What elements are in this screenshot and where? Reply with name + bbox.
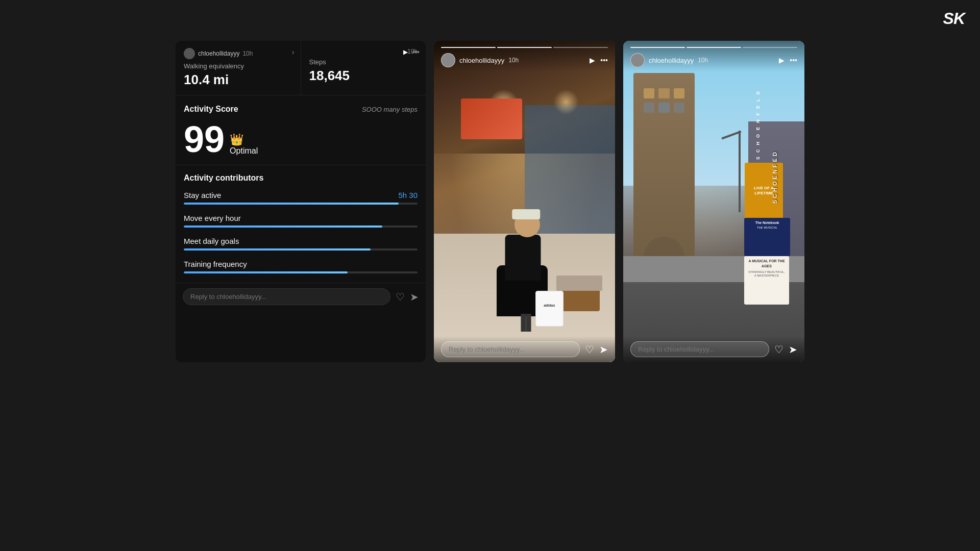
reply-input-health[interactable]	[183, 288, 390, 305]
city-scene: SCHOENFELD SCHOENFED LIVE OF A LIFETIME …	[623, 41, 804, 362]
story-header-1: chloehollidayyy 10h ▶ •••	[434, 41, 615, 71]
contributor-name-1: Stay active	[184, 191, 221, 199]
steps-value: 18,645	[309, 68, 418, 84]
score-badge: 👑 Optimal	[230, 133, 258, 158]
contributor-header-2: Move every hour	[184, 214, 418, 222]
story-panel-2: SCHOENFELD SCHOENFED LIVE OF A LIFETIME …	[623, 41, 804, 362]
contributor-name-4: Training frequency	[184, 260, 247, 268]
health-panel: chloehollidayyy 10h › Walking equivalenc…	[176, 41, 426, 362]
progress-bg-2	[184, 226, 418, 228]
story-username-2: chloehollidayyy	[649, 57, 694, 64]
steps-header: 10h ▶ •••	[309, 48, 418, 55]
progress-seg-2b	[687, 47, 741, 48]
progress-fill-1	[184, 203, 399, 205]
activity-score-title: Activity Score	[184, 105, 238, 114]
metrics-row: chloehollidayyy 10h › Walking equivalenc…	[176, 41, 426, 95]
story-username-1: chloehollidayyy	[459, 57, 504, 64]
story-footer-2: ♡ ➤	[623, 336, 804, 362]
walking-label: Walking equivalency	[184, 62, 292, 70]
contributor-header-3: Meet daily goals	[184, 237, 418, 245]
steps-label: Steps	[309, 58, 418, 66]
score-display: 99 👑 Optimal	[184, 121, 418, 158]
username-walking: chloehollidayyy	[198, 50, 239, 57]
story-reply-input-2[interactable]	[630, 341, 769, 357]
street-lamp	[739, 131, 741, 133]
optimal-label: Optimal	[230, 146, 258, 156]
heart-icon-health[interactable]: ♡	[396, 291, 405, 303]
story-user-left-2: chloehollidayyy 10h	[630, 53, 708, 67]
send-icon-story2[interactable]: ➤	[789, 343, 797, 356]
progress-fill-4	[184, 271, 348, 273]
steps-card: 10h ▶ ••• Steps 18,645	[301, 41, 426, 95]
progress-bg-4	[184, 271, 418, 273]
progress-bg-1	[184, 203, 418, 205]
story-user-row-2: chloehollidayyy 10h ▶ •••	[630, 53, 797, 67]
activity-score-subtitle: SOOO many steps	[362, 106, 418, 113]
sk-logo: SK	[943, 9, 965, 28]
time-ago-walking: 10h	[242, 50, 253, 57]
more-icon-story1[interactable]: •••	[600, 56, 608, 64]
contributor-value-1: 5h 30	[398, 191, 418, 199]
story-footer-1: ♡ ➤	[434, 336, 615, 362]
story-panel-1: adidas chloehollidayyy 10h ▶	[434, 41, 615, 362]
heart-icon-story1[interactable]: ♡	[585, 343, 594, 356]
play-icon-steps[interactable]: ▶	[403, 48, 408, 56]
contributor-daily-goals: Meet daily goals	[184, 237, 418, 251]
walking-value: 10.4 mi	[184, 72, 292, 88]
score-number: 99	[184, 121, 225, 158]
progress-seg-1a	[441, 47, 496, 48]
story-reply-row-1: ♡ ➤	[441, 341, 608, 357]
story-controls-2: ▶ •••	[779, 56, 797, 64]
story-header-2: chloehollidayyy 10h ▶ •••	[623, 41, 804, 71]
story-reply-row-2: ♡ ➤	[630, 341, 797, 357]
reply-bar-health: ♡ ➤	[176, 283, 426, 310]
story-time-2: 10h	[698, 57, 708, 64]
activity-score-section: Activity Score SOOO many steps 99 👑 Opti…	[176, 95, 426, 165]
activity-score-header: Activity Score SOOO many steps	[184, 105, 418, 114]
progress-seg-1b	[497, 47, 552, 48]
story-reply-input-1[interactable]	[441, 341, 580, 357]
story-user-row-1: chloehollidayyy 10h ▶ •••	[441, 53, 608, 67]
heart-icon-story2[interactable]: ♡	[774, 343, 783, 356]
more-icon-story2[interactable]: •••	[790, 56, 797, 64]
contributor-training-freq: Training frequency	[184, 260, 418, 273]
play-icon-story1[interactable]: ▶	[590, 56, 595, 64]
play-icon-story2[interactable]: ▶	[779, 56, 785, 64]
progress-seg-2a	[630, 47, 685, 48]
send-icon-health[interactable]: ➤	[410, 291, 419, 303]
progress-seg-1c	[553, 47, 608, 48]
progress-bg-3	[184, 248, 418, 251]
contributor-header-4: Training frequency	[184, 260, 418, 268]
more-icon-steps[interactable]: •••	[412, 48, 420, 56]
store-scene: adidas	[434, 41, 615, 362]
walking-header: chloehollidayyy 10h ›	[184, 48, 292, 59]
contributor-move-hour: Move every hour	[184, 214, 418, 228]
walking-card: chloehollidayyy 10h › Walking equivalenc…	[176, 41, 301, 95]
crown-icon: 👑	[230, 133, 243, 146]
contributors-title: Activity contributors	[184, 173, 418, 183]
story-user-left-1: chloehollidayyy 10h	[441, 53, 519, 67]
contributor-name-2: Move every hour	[184, 214, 241, 222]
contributor-header-1: Stay active 5h 30	[184, 191, 418, 199]
user-avatar-walking	[184, 48, 195, 59]
story-progress-bars-2	[630, 47, 797, 48]
chevron-right-icon[interactable]: ›	[292, 48, 295, 56]
story-progress-bars-1	[441, 47, 608, 48]
progress-fill-2	[184, 226, 382, 228]
progress-seg-2c	[743, 47, 797, 48]
contributor-name-3: Meet daily goals	[184, 237, 239, 245]
progress-fill-3	[184, 248, 371, 251]
main-container: chloehollidayyy 10h › Walking equivalenc…	[0, 0, 980, 551]
send-icon-story1[interactable]: ➤	[599, 343, 608, 356]
story-controls-1: ▶ •••	[590, 56, 608, 64]
contributor-stay-active: Stay active 5h 30	[184, 191, 418, 205]
story-avatar-1	[441, 53, 455, 67]
contributors-section: Activity contributors Stay active 5h 30 …	[176, 165, 426, 273]
story-time-1: 10h	[508, 57, 519, 64]
story-avatar-2	[630, 53, 645, 67]
